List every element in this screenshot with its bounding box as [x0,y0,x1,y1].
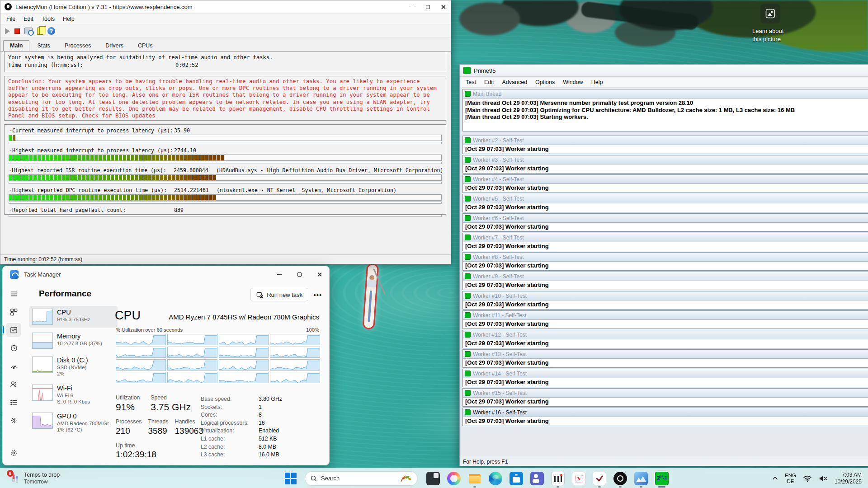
menu-item-edit[interactable]: Edit [480,78,498,86]
copilot-taskbar-button[interactable] [446,470,462,487]
volume-muted-icon[interactable] [819,475,828,482]
more-options-button[interactable]: ••• [311,288,325,301]
worker-titlebar[interactable]: Worker #3 - Self-Test [463,155,868,164]
stop-monitor-icon[interactable] [14,28,20,34]
cpu-detail-row: Logical processors: 16 [201,419,314,427]
tab-main[interactable]: Main [3,40,29,52]
tab-drivers[interactable]: Drivers [99,40,130,51]
worker-titlebar[interactable]: Worker #10 - Self-Test [463,291,868,300]
nav-menu-button[interactable] [6,287,21,300]
worker-titlebar[interactable]: Worker #5 - Self-Test [463,194,868,203]
maximize-button[interactable] [420,0,435,14]
edge-taskbar-button[interactable] [487,470,504,487]
detail-label: L3 cache: [201,451,259,459]
prime95-child-icon [465,273,471,279]
report-icon[interactable] [24,28,33,34]
clock[interactable]: 7:03 AM 10/29/2025 [835,472,862,485]
run-new-task-button[interactable]: Run new task [250,288,308,301]
performance-item-memory[interactable]: Memory 10.2/27.8 GB (37%) [29,330,118,352]
tab-cpus[interactable]: CPUs [131,40,160,51]
maximize-button[interactable] [289,266,309,282]
wallpaper-paddleboarder [347,262,397,335]
file-explorer-taskbar-button[interactable] [467,470,483,487]
start-button[interactable] [284,472,297,485]
picture-info-icon[interactable] [760,4,780,23]
worker-titlebar[interactable]: Worker #7 - Self-Test [463,233,868,242]
worker-titlebar[interactable]: Worker #14 - Self-Test [463,369,868,378]
worker-titlebar[interactable]: Worker #11 - Self-Test [463,311,868,320]
store-taskbar-button[interactable] [508,470,524,487]
learn-about-line1: Learn about [752,27,806,35]
prime95-taskbar-button[interactable]: 2p-1 [654,470,670,487]
worker-titlebar[interactable]: Worker #8 - Self-Test [463,253,868,262]
language-switcher[interactable]: ENG DE [785,473,796,484]
main-thread-titlebar[interactable]: Main thread [463,89,868,99]
menu-item-help[interactable]: Help [587,78,607,86]
minimize-button[interactable] [269,266,289,282]
menu-item-tools[interactable]: Tools [38,15,59,23]
worker-titlebar[interactable]: Worker #4 - Self-Test [463,175,868,184]
log-line: [Main thread Oct 29 07:03] Mersenne numb… [465,99,868,107]
menu-item-window[interactable]: Window [559,78,587,86]
metric-label: Current measured interrupt to process la… [12,127,174,134]
sidebar-item-users[interactable] [6,377,21,391]
performance-item-wi-fi[interactable]: Wi-Fi Wi-Fi 6S: 0 R: 0 Kbps [29,382,118,408]
close-button[interactable] [309,266,329,282]
tab-stats[interactable]: Stats [30,40,57,51]
copy-icon[interactable] [37,28,43,35]
sidebar-item-processes[interactable] [6,305,21,319]
teams-taskbar-button[interactable] [529,470,545,487]
close-button[interactable] [435,0,451,14]
sidebar-item-services[interactable] [6,413,21,427]
task-view-taskbar-button[interactable] [425,470,441,487]
wifi-icon[interactable] [803,475,812,482]
menu-item-help[interactable]: Help [59,15,79,23]
metric-driver: (HDAudBus.sys - High Definition Audio Bu… [216,167,443,174]
minimize-button[interactable] [405,0,420,14]
worker-titlebar[interactable]: Worker #12 - Self-Test [463,330,868,339]
sidebar-item-performance[interactable] [6,323,21,337]
performance-item-disk-0-c-[interactable]: Disk 0 (C:) SSD (NVMe)2% [29,354,118,380]
camera-app-taskbar-button[interactable] [612,470,628,487]
prime95-titlebar[interactable]: Prime95 [460,65,868,77]
sidebar-item-app-history[interactable] [6,341,21,355]
check-app-taskbar-button[interactable] [591,470,608,487]
cpu-core-graphs [116,334,320,383]
start-monitor-icon[interactable] [5,28,10,34]
menu-item-options[interactable]: Options [531,78,559,86]
worker-title: Worker #6 - Self-Test [473,215,524,221]
worker-titlebar[interactable]: Worker #13 - Self-Test [463,350,868,359]
sidebar-item-startup-apps[interactable] [6,359,21,373]
worker-titlebar[interactable]: Worker #6 - Self-Test [463,214,868,223]
weather-widget[interactable]: 5 Temps to drop Tomorrow [5,468,62,488]
hidden-icons-chevron[interactable] [772,476,778,480]
photos-taskbar-button[interactable] [633,470,649,487]
menu-item-advanced[interactable]: Advanced [498,78,531,86]
worker-log: [Oct 29 07:03] Worker starting [463,242,868,251]
menu-item-file[interactable]: File [2,15,19,23]
latencymon-statusbar: Time running: 0:02:52 (h:mm:ss) [0,254,451,264]
snipping-tool-taskbar-button[interactable] [571,470,587,487]
help-icon[interactable]: ? [47,27,55,35]
performance-item-gpu-0[interactable]: GPU 0 AMD Radeon 780M Gr..1% (62 °C) [29,410,118,436]
sidebar-item-details[interactable] [6,395,21,409]
search-box[interactable]: Search [305,471,418,486]
latencymon-titlebar[interactable]: LatencyMon (Home Edition ) v 7.31 - http… [0,0,451,14]
prime95-child-icon [465,157,471,163]
task-manager-titlebar[interactable]: Task Manager [3,266,329,282]
latencymon-taskbar-button[interactable] [550,470,566,487]
menu-item-test[interactable]: Test [462,78,480,86]
performance-item-cpu[interactable]: CPU 91% 3.75 GHz [29,306,118,328]
worker-log-line: [Oct 29 07:03] Worker starting [465,204,549,211]
running-indicator [640,486,642,488]
prime95-icon: 2p-1 [655,472,669,485]
tab-processes[interactable]: Processes [58,40,98,51]
worker-titlebar[interactable]: Worker #2 - Self-Test [463,136,868,145]
worker-titlebar[interactable]: Worker #9 - Self-Test [463,272,868,281]
learn-about-picture[interactable]: Learn about this picture [751,4,806,43]
cpu-details: Base speed: 3.80 GHz Sockets: 1 Cores: 8… [201,395,314,459]
worker-titlebar[interactable]: Worker #16 - Self-Test [463,408,868,417]
settings-gear-icon[interactable] [6,446,21,460]
worker-titlebar[interactable]: Worker #15 - Self-Test [463,389,868,398]
menu-item-edit[interactable]: Edit [19,15,38,23]
